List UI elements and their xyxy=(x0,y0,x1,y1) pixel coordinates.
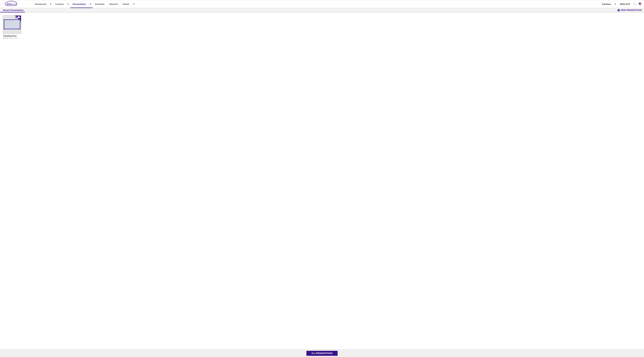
nav-presentation[interactable]: Presentation xyxy=(70,0,88,8)
nav-dashboard-dropdown[interactable] xyxy=(49,0,53,8)
all-presentations-button[interactable]: ALL PRESENTATIONS xyxy=(306,351,338,356)
nav-network[interactable]: Network xyxy=(107,0,120,8)
lock-icon xyxy=(15,16,17,18)
brand-logo[interactable]: BSN. cloud xyxy=(2,1,22,8)
thumbnail-preview xyxy=(4,19,20,29)
nav-content-dropdown[interactable] xyxy=(66,0,70,8)
footer-bar: ALL PRESENTATIONS xyxy=(0,349,644,357)
tab-recent-presentations[interactable]: Recent Presentations xyxy=(2,8,25,12)
nav-schedule[interactable]: Schedule xyxy=(92,0,107,8)
nav-admin[interactable]: Admin xyxy=(120,0,132,8)
presentation-title: TradeShowTest xyxy=(3,35,21,37)
chevron-down-icon xyxy=(133,4,135,4)
chevron-down-icon xyxy=(67,4,69,4)
logo-text-bold: BSN. xyxy=(6,3,12,5)
signout-link[interactable]: SIGN OUT xyxy=(618,3,632,5)
nav-admin-dropdown[interactable] xyxy=(132,0,136,8)
status-indicator-icon[interactable] xyxy=(633,2,636,6)
sub-header: Recent Presentations NEW PRESENTATION xyxy=(0,8,644,12)
account-dropdown[interactable] xyxy=(613,4,617,4)
new-presentation-label: NEW PRESENTATION xyxy=(621,9,642,12)
account-name: Intuiface xyxy=(601,3,612,5)
locale-flag-us-icon[interactable] xyxy=(639,2,642,6)
nav-dashboard[interactable]: Dashboard xyxy=(32,0,49,8)
main-nav: Dashboard Content Presentation Schedule … xyxy=(32,0,136,8)
header-right: Intuiface SIGN OUT xyxy=(601,2,642,6)
presentation-thumbnail[interactable] xyxy=(3,16,21,34)
cloud-logo-icon: BSN. cloud xyxy=(2,1,22,8)
logo-text-light: cloud xyxy=(12,3,16,5)
chevron-down-icon xyxy=(614,4,616,4)
presentation-card: TradeShowTest May 30, 2023 12:12 xyxy=(3,16,21,39)
chevron-down-icon xyxy=(90,4,91,4)
new-presentation-button[interactable]: NEW PRESENTATION xyxy=(617,8,642,12)
cloud-icon xyxy=(17,16,20,18)
nav-content[interactable]: Content xyxy=(53,0,66,8)
plus-circle-icon xyxy=(618,9,620,12)
main-header: BSN. cloud Dashboard Content Presentatio… xyxy=(0,0,644,8)
presentation-date: May 30, 2023 12:12 xyxy=(3,37,21,39)
chevron-down-icon xyxy=(50,4,52,4)
nav-presentation-dropdown[interactable] xyxy=(88,0,92,8)
content-area: TradeShowTest May 30, 2023 12:12 xyxy=(0,12,644,349)
